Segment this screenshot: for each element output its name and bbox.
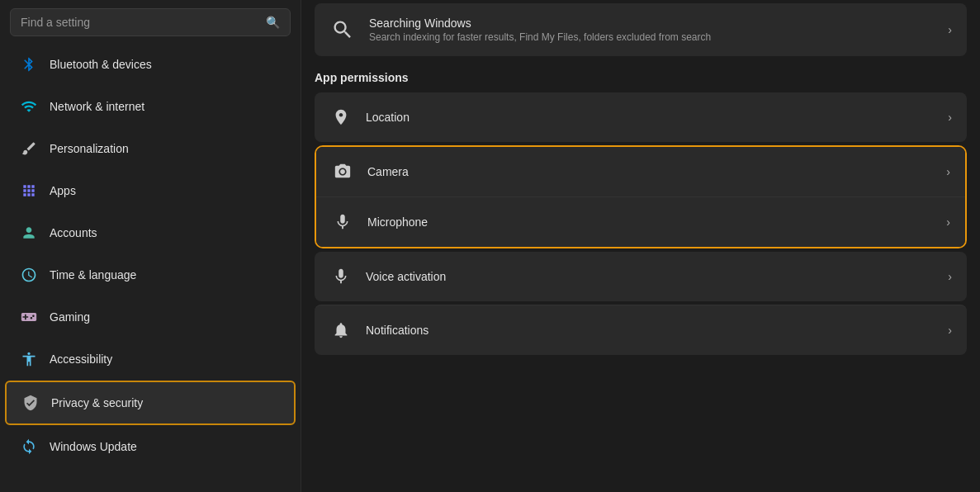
voice-activation-label: Voice activation <box>366 270 935 283</box>
sidebar-item-label-accounts: Accounts <box>50 226 97 239</box>
gaming-icon <box>20 308 38 326</box>
sidebar-item-bluetooth[interactable]: Bluetooth & devices <box>5 44 296 85</box>
sidebar-item-privacy[interactable]: Privacy & security <box>5 381 296 425</box>
notifications-label: Notifications <box>366 324 935 337</box>
sidebar-item-label-privacy: Privacy & security <box>51 396 143 409</box>
highlighted-permissions-group: Camera › Microphone › <box>315 145 967 248</box>
microphone-label: Microphone <box>367 215 933 229</box>
update-icon <box>20 438 38 456</box>
sidebar-item-personalization[interactable]: Personalization <box>5 128 296 169</box>
searching-windows-text: Searching Windows Search indexing for fa… <box>369 17 935 43</box>
sidebar-item-label-personalization: Personalization <box>50 142 129 155</box>
sidebar-item-update[interactable]: Windows Update <box>5 426 296 467</box>
sidebar-item-label-bluetooth: Bluetooth & devices <box>50 58 152 71</box>
sidebar-item-label-update: Windows Update <box>50 440 137 453</box>
privacy-icon <box>21 394 40 412</box>
sidebar-item-accounts[interactable]: Accounts <box>5 212 296 253</box>
apps-icon <box>20 182 38 200</box>
location-label: Location <box>366 111 935 124</box>
sidebar-item-label-apps: Apps <box>50 184 76 197</box>
microphone-icon <box>331 211 354 234</box>
sidebar-item-accessibility[interactable]: Accessibility <box>5 338 296 380</box>
searching-windows-title: Searching Windows <box>369 17 935 30</box>
sidebar-item-label-gaming: Gaming <box>50 310 90 324</box>
sidebar-item-label-accessibility: Accessibility <box>50 352 112 366</box>
network-icon <box>20 97 38 116</box>
personalization-icon <box>20 140 38 158</box>
notifications-chevron: › <box>948 324 952 337</box>
searching-windows-subtitle: Search indexing for faster results, Find… <box>369 31 935 43</box>
sidebar-item-time[interactable]: Time & language <box>5 254 296 296</box>
sidebar-item-apps[interactable]: Apps <box>5 170 296 211</box>
main-content: Searching Windows Search indexing for fa… <box>301 0 980 492</box>
accessibility-icon <box>20 350 38 368</box>
sidebar: 🔍 Bluetooth & devices Network & internet… <box>0 0 301 492</box>
nav-list: Bluetooth & devices Network & internet P… <box>0 43 301 492</box>
app-permissions-section-title: App permissions <box>315 71 967 84</box>
camera-chevron: › <box>946 165 950 178</box>
location-item[interactable]: Location › <box>315 92 967 142</box>
sidebar-item-network[interactable]: Network & internet <box>5 86 296 127</box>
searching-windows-item[interactable]: Searching Windows Search indexing for fa… <box>315 3 967 56</box>
accounts-icon <box>20 224 38 242</box>
searching-windows-chevron: › <box>948 23 952 36</box>
search-input[interactable] <box>21 16 259 29</box>
notifications-item[interactable]: Notifications › <box>315 305 967 355</box>
search-icon: 🔍 <box>266 16 280 29</box>
location-chevron: › <box>948 111 952 124</box>
voice-activation-chevron: › <box>948 270 952 283</box>
location-icon <box>329 106 353 129</box>
camera-item[interactable]: Camera › <box>316 147 965 196</box>
sidebar-item-gaming[interactable]: Gaming <box>5 296 296 338</box>
sidebar-item-label-time: Time & language <box>50 268 136 281</box>
searching-windows-icon <box>329 17 356 43</box>
search-bar[interactable]: 🔍 <box>10 8 291 36</box>
notifications-icon <box>329 319 353 342</box>
voice-activation-item[interactable]: Voice activation › <box>315 252 967 301</box>
microphone-chevron: › <box>946 215 950 229</box>
time-icon <box>20 266 38 284</box>
sidebar-item-label-network: Network & internet <box>50 100 144 113</box>
bluetooth-icon <box>20 55 38 73</box>
camera-label: Camera <box>367 165 933 178</box>
camera-icon <box>331 160 354 183</box>
microphone-item[interactable]: Microphone › <box>316 196 965 247</box>
voice-activation-icon <box>329 265 353 288</box>
